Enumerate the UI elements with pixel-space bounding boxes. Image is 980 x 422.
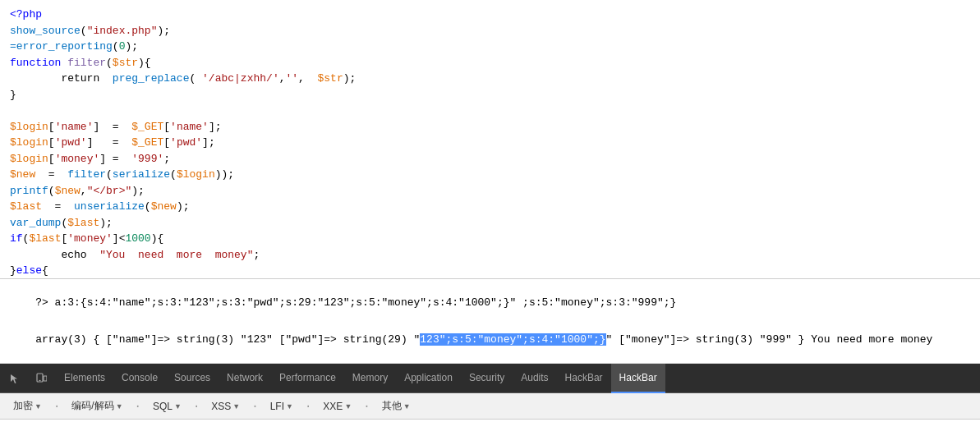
tab-memory[interactable]: Memory: [344, 364, 396, 393]
tab-elements[interactable]: Elements: [56, 364, 113, 393]
output-line-2: array(3) { ["name"]=> string(3) "123" ["…: [10, 321, 970, 358]
tab-hackbar-inactive[interactable]: HackBar: [557, 364, 611, 393]
code-display: <?php show_source("index.php"); =error_r…: [0, 0, 980, 279]
tab-hackbar-active[interactable]: HackBar: [611, 364, 665, 393]
cursor-icon[interactable]: [3, 367, 26, 390]
encrypt-menu[interactable]: 加密 ▼: [7, 397, 48, 415]
xxe-menu[interactable]: XXE ▼: [316, 398, 358, 415]
lfi-menu[interactable]: LFI ▼: [264, 398, 300, 415]
output-area: ?> a:3:{s:4:"name";s:3:"123";s:3:"pwd";s…: [0, 279, 980, 364]
sql-menu[interactable]: SQL ▼: [146, 398, 188, 415]
tab-application[interactable]: Application: [396, 364, 461, 393]
tab-performance[interactable]: Performance: [271, 364, 344, 393]
devtools-tab-bar: Elements Console Sources Network Perform…: [0, 364, 980, 393]
svg-rect-1: [44, 376, 47, 381]
device-icon[interactable]: [30, 367, 53, 390]
tab-sources[interactable]: Sources: [166, 364, 219, 393]
xss-menu[interactable]: XSS ▼: [205, 398, 246, 415]
tab-audits[interactable]: Audits: [513, 364, 556, 393]
output-line-1: ?> a:3:{s:4:"name";s:3:"123";s:3:"pwd";s…: [10, 284, 970, 321]
tab-console[interactable]: Console: [113, 364, 166, 393]
tab-security[interactable]: Security: [461, 364, 513, 393]
tab-network[interactable]: Network: [219, 364, 271, 393]
hackbar-toolbar: 加密 ▼ · 编码/解码 ▼ · SQL ▼ · XSS ▼ · LFI ▼ ·…: [0, 393, 980, 420]
encode-menu[interactable]: 编码/解码 ▼: [65, 397, 129, 415]
other-menu[interactable]: 其他 ▼: [375, 397, 417, 415]
